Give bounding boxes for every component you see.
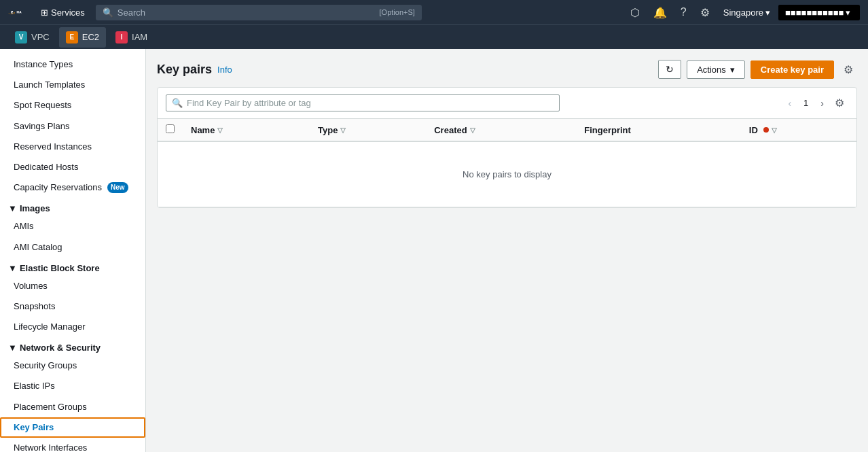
tab-vpc[interactable]: V VPC [8, 27, 56, 48]
tab-ec2[interactable]: E EC2 [59, 27, 106, 48]
sidebar-item-dedicated-hosts[interactable]: Dedicated Hosts [0, 157, 145, 177]
table-search-container: 🔍 [166, 94, 560, 111]
sidebar-item-capacity-reservations[interactable]: Capacity Reservations New [0, 177, 145, 198]
refresh-icon: ↻ [666, 64, 674, 75]
global-search-input[interactable] [117, 7, 376, 18]
name-filter-icon[interactable]: ▽ [217, 126, 223, 134]
network-section-label: Network & Security [20, 343, 101, 353]
id-dot-indicator [763, 127, 769, 133]
select-all-checkbox[interactable] [166, 124, 175, 133]
sidebar-item-amis[interactable]: AMIs [0, 216, 145, 237]
page-title: Key pairs [157, 63, 212, 77]
sidebar-item-savings-plans[interactable]: Savings Plans [0, 116, 145, 137]
main-layout: Instance Types Launch Templates Spot Req… [0, 49, 868, 452]
iam-tab-label: IAM [132, 32, 147, 42]
key-pairs-table: Name ▽ Type ▽ Created [158, 119, 856, 207]
sidebar-item-reserved-instances[interactable]: Reserved Instances [0, 137, 145, 157]
table-search-input[interactable] [187, 98, 554, 108]
sidebar: Instance Types Launch Templates Spot Req… [0, 49, 146, 452]
sidebar-item-lifecycle-manager[interactable]: Lifecycle Manager [0, 317, 145, 337]
ebs-section-header[interactable]: ▼ Elastic Block Store [0, 258, 145, 276]
current-page-number: 1 [798, 97, 814, 109]
region-label: Singapore [723, 7, 763, 18]
created-filter-icon[interactable]: ▽ [470, 126, 475, 134]
actions-dropdown-icon: ▾ [730, 65, 735, 75]
top-navigation: ⊞ Services 🔍 [Option+S] ⬡ 🔔 ? ⚙ Singapor… [0, 0, 868, 24]
sidebar-item-placement-groups[interactable]: Placement Groups [0, 397, 145, 417]
images-section-label: Images [20, 203, 50, 213]
type-filter-icon[interactable]: ▽ [340, 126, 346, 134]
table-search-icon: 🔍 [172, 98, 183, 108]
ec2-icon: E [66, 31, 78, 44]
services-button[interactable]: ⊞ Services [35, 5, 90, 20]
new-badge: New [107, 182, 128, 193]
search-shortcut: [Option+S] [380, 8, 415, 16]
sidebar-item-instance-types[interactable]: Instance Types [0, 54, 145, 75]
sidebar-item-security-groups[interactable]: Security Groups [0, 355, 145, 376]
select-all-header [158, 119, 183, 141]
created-column-header: Created ▽ [426, 119, 576, 141]
grid-icon: ⊞ [41, 7, 48, 18]
sidebar-item-spot-requests[interactable]: Spot Requests [0, 95, 145, 116]
type-column-header: Type ▽ [310, 119, 426, 141]
key-pairs-table-container: 🔍 ‹ 1 › ⚙ [157, 87, 857, 208]
settings-gear-icon: ⚙ [844, 64, 853, 75]
fingerprint-column-header: Fingerprint [576, 119, 740, 141]
table-body: No key pairs to display [158, 141, 856, 207]
network-chevron-icon: ▼ [8, 343, 17, 353]
tab-iam[interactable]: I IAM [109, 27, 154, 48]
ec2-tab-label: EC2 [82, 32, 99, 42]
search-icon: 🔍 [103, 7, 113, 18]
images-section-header[interactable]: ▼ Images [0, 198, 145, 216]
sidebar-item-ami-catalog[interactable]: AMI Catalog [0, 237, 145, 258]
aws-logo[interactable] [8, 5, 27, 19]
table-pagination: ‹ 1 › ⚙ [784, 95, 848, 111]
service-tabs-bar: V VPC E EC2 I IAM [0, 24, 868, 49]
actions-button[interactable]: Actions ▾ [687, 60, 745, 79]
vpc-tab-label: VPC [31, 32, 50, 42]
table-settings-button[interactable]: ⚙ [839, 60, 857, 79]
sidebar-item-launch-templates[interactable]: Launch Templates [0, 75, 145, 95]
header-actions: ↻ Actions ▾ Create key pair ⚙ [658, 60, 857, 79]
ebs-chevron-icon: ▼ [8, 263, 17, 273]
cloud9-icon-btn[interactable]: ⬡ [625, 3, 645, 22]
iam-icon: I [115, 31, 128, 44]
refresh-button[interactable]: ↻ [658, 60, 681, 79]
region-dropdown-icon: ▾ [765, 7, 770, 18]
network-security-section-header[interactable]: ▼ Network & Security [0, 337, 145, 355]
sidebar-item-key-pairs[interactable]: Key Pairs [0, 417, 145, 438]
column-settings-button[interactable]: ⚙ [831, 95, 848, 111]
id-filter-icon[interactable]: ▽ [772, 126, 777, 134]
sidebar-item-elastic-ips[interactable]: Elastic IPs [0, 376, 145, 396]
account-id-label: ■■■■■■■■■■■ [785, 7, 844, 18]
sidebar-item-snapshots[interactable]: Snapshots [0, 296, 145, 317]
ebs-section-label: Elastic Block Store [20, 263, 100, 273]
services-label: Services [51, 7, 85, 18]
account-dropdown-icon: ▾ [846, 7, 850, 18]
notifications-bell-btn[interactable]: 🔔 [648, 3, 672, 22]
id-column-header: ID ▽ [741, 119, 856, 141]
images-chevron-icon: ▼ [8, 203, 17, 213]
table-toolbar: 🔍 ‹ 1 › ⚙ [158, 88, 856, 119]
page-header: Key pairs Info ↻ Actions ▾ Create key pa… [157, 60, 857, 79]
main-content: Key pairs Info ↻ Actions ▾ Create key pa… [146, 49, 868, 452]
create-key-pair-button[interactable]: Create key pair [751, 60, 834, 79]
empty-state-message: No key pairs to display [158, 141, 856, 207]
table-header-row: Name ▽ Type ▽ Created [158, 119, 856, 141]
settings-icon-btn[interactable]: ⚙ [695, 3, 715, 22]
help-icon-btn[interactable]: ? [675, 3, 692, 21]
next-page-button[interactable]: › [816, 97, 828, 110]
empty-state-row: No key pairs to display [158, 141, 856, 207]
vpc-icon: V [15, 31, 27, 44]
sidebar-item-network-interfaces[interactable]: Network Interfaces [0, 438, 145, 452]
name-column-header: Name ▽ [183, 119, 310, 141]
region-button[interactable]: Singapore ▾ [718, 5, 776, 20]
account-button[interactable]: ■■■■■■■■■■■ ▾ [778, 5, 860, 20]
page-title-area: Key pairs Info [157, 63, 232, 77]
info-link[interactable]: Info [217, 65, 232, 75]
global-search-bar: 🔍 [Option+S] [96, 5, 422, 20]
sidebar-item-volumes[interactable]: Volumes [0, 276, 145, 296]
nav-icons-area: ⬡ 🔔 ? ⚙ Singapore ▾ ■■■■■■■■■■■ ▾ [625, 3, 860, 22]
actions-label: Actions [697, 65, 726, 75]
prev-page-button[interactable]: ‹ [784, 97, 795, 110]
